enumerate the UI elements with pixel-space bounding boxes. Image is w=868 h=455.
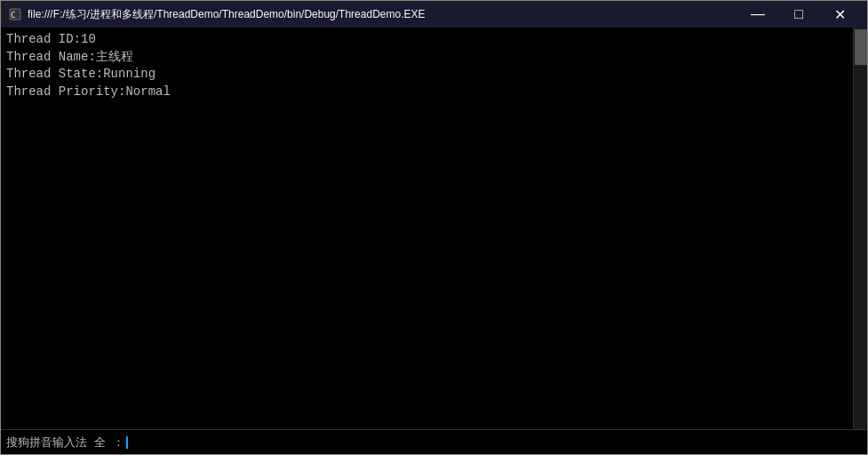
close-button[interactable]: ✕ <box>819 1 860 28</box>
title-bar-left: C file:///F:/练习/进程和多线程/ThreadDemo/Thread… <box>8 7 426 22</box>
status-text: 搜狗拼音输入法 全 ： <box>6 435 124 451</box>
console-content: Thread ID:10Thread Name:主线程Thread State:… <box>1 28 867 104</box>
svg-text:C: C <box>11 11 15 20</box>
maximize-button[interactable]: □ <box>778 1 819 28</box>
console-line: Thread Priority:Normal <box>6 84 862 101</box>
cursor-indicator <box>126 436 128 449</box>
console-line: Thread Name:主线程 <box>6 49 862 67</box>
scrollbar-thumb[interactable] <box>855 29 867 65</box>
title-bar-text: file:///F:/练习/进程和多线程/ThreadDemo/ThreadDe… <box>28 7 426 22</box>
minimize-button[interactable]: — <box>737 1 778 28</box>
main-window: C file:///F:/练习/进程和多线程/ThreadDemo/Thread… <box>0 0 868 455</box>
title-bar-controls: — □ ✕ <box>737 1 860 28</box>
console-line: Thread State:Running <box>6 66 862 84</box>
console-area: Thread ID:10Thread Name:主线程Thread State:… <box>1 28 867 429</box>
status-bar: 搜狗拼音输入法 全 ： <box>1 429 867 454</box>
title-bar: C file:///F:/练习/进程和多线程/ThreadDemo/Thread… <box>1 1 867 28</box>
app-icon: C <box>8 7 22 21</box>
console-line: Thread ID:10 <box>6 31 862 49</box>
scrollbar-right[interactable] <box>853 28 867 429</box>
